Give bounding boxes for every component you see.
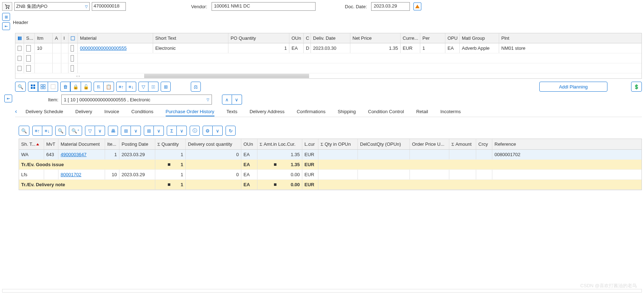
hcol-mdoc[interactable]: Material Document	[58, 139, 105, 149]
hcol-mvt[interactable]: MvT	[44, 139, 58, 149]
table-row[interactable]	[15, 63, 641, 73]
item-select[interactable]: 1 [ 10 ] 000000000000000555 , Electronic…	[61, 95, 212, 105]
tab-shipping[interactable]: Shipping	[338, 109, 356, 114]
row-checkbox[interactable]	[18, 56, 22, 61]
tab-retail[interactable]: Retail	[416, 109, 428, 114]
delete-button[interactable]: 🗑	[60, 82, 70, 92]
filter-button[interactable]: ▽	[138, 82, 148, 92]
icon-box[interactable]	[71, 65, 74, 72]
tab-texts[interactable]: Texts	[227, 109, 237, 114]
doc-type-select[interactable]: ZNB 集团内PO ▽	[14, 2, 90, 11]
vendor-input[interactable]: 100061 NMI1 DC	[212, 2, 316, 11]
cell-per[interactable]: 1	[420, 43, 445, 53]
select-block-button[interactable]	[48, 82, 58, 92]
collapse-button[interactable]: ⇤	[2, 22, 10, 30]
layout-menu-button[interactable]: ∨	[154, 126, 164, 136]
tab-incoterms[interactable]: Incoterms	[440, 109, 461, 114]
col-itm[interactable]: Itm	[35, 33, 53, 43]
hcol-dcqo[interactable]: DelCostQty (OPUn)	[358, 139, 410, 149]
balance-button[interactable]: ⚖	[191, 82, 201, 92]
table-row[interactable]: 10 000000000000000555 Electronic 1 EA D …	[15, 43, 641, 53]
col-oun[interactable]: OUn	[289, 33, 304, 43]
select-all-button[interactable]	[28, 82, 38, 92]
tab-confirmations[interactable]: Confirmations	[297, 109, 325, 114]
history-row[interactable]: Lfs80001702102023.03.2910EA0.00EUR	[19, 170, 641, 180]
tab-scroll-left[interactable]: ‹	[15, 108, 17, 115]
col-c[interactable]: C	[304, 33, 311, 43]
col-material[interactable]: Material	[78, 33, 153, 43]
col-net[interactable]: Net Price	[350, 33, 401, 43]
col-matg[interactable]: Matl Group	[460, 33, 499, 43]
sort-asc-button[interactable]: ≡↑	[116, 82, 126, 92]
price-button[interactable]: 💲	[631, 82, 642, 92]
hcol-opu[interactable]: Order Price U...	[410, 139, 449, 149]
history-row[interactable]: Tr./Ev. Delivery note1EA0.00EUR	[19, 180, 641, 190]
paste-button[interactable]: 📋	[104, 82, 114, 92]
col-i[interactable]: I	[61, 33, 68, 43]
collapse-item-button[interactable]: ⇤	[4, 95, 12, 102]
cell-material[interactable]: 000000000000000555	[78, 43, 153, 53]
col-opu[interactable]: OPU	[445, 33, 460, 43]
icon-box[interactable]	[71, 55, 74, 62]
export-button[interactable]: ⊞	[121, 126, 131, 136]
alert-button[interactable]	[413, 3, 421, 10]
total-menu-button[interactable]: ∨	[177, 126, 187, 136]
icon-box[interactable]	[71, 45, 74, 52]
settings-menu-button[interactable]: ∨	[213, 126, 223, 136]
column-config-icon[interactable]	[18, 36, 22, 40]
find-next-button[interactable]: 🔍⁺	[69, 126, 82, 136]
filter-button[interactable]: ▽	[85, 126, 95, 136]
hcol-amt[interactable]: Amt.in Loc.Cur.	[264, 141, 295, 147]
tab-delivery[interactable]: Delivery	[75, 109, 92, 114]
status-box[interactable]	[26, 45, 31, 52]
sort-asc-button[interactable]: ≡↑	[32, 126, 42, 136]
find-button[interactable]: 🔍	[55, 126, 66, 136]
hcol-amount[interactable]: Amount	[455, 141, 472, 147]
filter-menu-button[interactable]: ∨	[95, 126, 105, 136]
total-button[interactable]: Σ	[167, 126, 177, 136]
layout-button[interactable]: ⊞	[144, 126, 154, 136]
layout-button[interactable]: ⊞	[161, 82, 171, 92]
col-plnt[interactable]: Plnt	[499, 33, 539, 43]
col-deliv[interactable]: Deliv. Date	[311, 33, 350, 43]
hcol-oun[interactable]: OUn	[241, 139, 257, 149]
history-row[interactable]: WA643490000364712023.03.2910EA1.35EUR008…	[19, 150, 641, 160]
col-short[interactable]: Short Text	[153, 33, 228, 43]
row-checkbox[interactable]	[18, 46, 22, 51]
hcol-dcq[interactable]: Delivery cost quantity	[186, 139, 241, 149]
docdate-input[interactable]: 2023.03.29	[371, 2, 410, 11]
settings-button[interactable]: ⚙	[203, 126, 213, 136]
hcol-qopu[interactable]: Qty in OPUn	[325, 141, 351, 147]
hcol-pdate[interactable]: Posting Date	[119, 139, 155, 149]
lock-button[interactable]: 🔒	[70, 82, 81, 92]
addl-planning-button[interactable]: Addl Planning	[539, 82, 607, 92]
horizontal-scrollbar[interactable]	[144, 74, 309, 78]
refresh-button[interactable]: ↻	[226, 126, 236, 136]
tab-condition-control[interactable]: Condition Control	[368, 109, 404, 114]
hcol-qty[interactable]: Quantity	[161, 141, 179, 147]
expand-header-button[interactable]: ⊞	[2, 13, 10, 21]
col-per[interactable]: Per	[420, 33, 445, 43]
col-status[interactable]: S...	[24, 33, 35, 43]
info-button[interactable]: ⓘ	[190, 126, 200, 136]
hcol-ite[interactable]: Ite...	[105, 139, 119, 149]
export-menu-button[interactable]: ∨	[131, 126, 141, 136]
detail-button[interactable]: 🔍	[19, 126, 29, 136]
detail-button[interactable]: 🔍	[15, 82, 26, 92]
tab-conditions[interactable]: Conditions	[131, 109, 153, 114]
col-curr[interactable]: Curre...	[401, 33, 420, 43]
tab-delivery-schedule[interactable]: Delivery Schedule	[25, 109, 63, 114]
hcol-lcur[interactable]: L.cur	[302, 139, 318, 149]
po-number-input[interactable]: 4700000018	[92, 2, 126, 11]
item-up-button[interactable]: ∧	[222, 95, 232, 105]
cell-net[interactable]: 1.35	[350, 43, 401, 53]
tab-purchase-order-history[interactable]: Purchase Order History	[166, 109, 214, 116]
hcol-ref[interactable]: Reference	[492, 139, 641, 149]
unlock-button[interactable]: 🔓	[81, 82, 91, 92]
item-down-button[interactable]: ∨	[232, 95, 242, 105]
print-button[interactable]: 🖶	[108, 126, 118, 136]
hcol-crcy[interactable]: Crcy	[476, 139, 492, 149]
table-row[interactable]	[15, 53, 641, 63]
tab-invoice[interactable]: Invoice	[104, 109, 119, 114]
cell-qty[interactable]: 1	[228, 43, 289, 53]
